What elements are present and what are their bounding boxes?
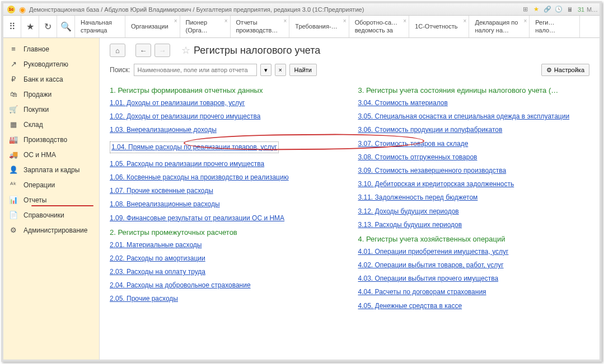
sidebar-icon: ↗ [9,60,18,68]
close-icon[interactable]: × [403,18,406,25]
sidebar-item-9[interactable]: ᴬᵏОперации [3,177,99,192]
search-clear-button[interactable]: × [275,64,286,76]
tab-2[interactable]: Пионер(Орга…× [180,16,231,37]
report-link[interactable]: 3.13. Расходы будущих периодов [358,220,590,230]
dropdown-icon[interactable]: ◉ [18,5,27,14]
sidebar-item-12[interactable]: ⚙Администрирование [3,223,99,238]
sidebar-item-label: Продажи [24,91,51,98]
report-link[interactable]: 4.03. Операции выбытия прочего имущества [358,273,590,284]
sidebar-item-0[interactable]: ≡Главное [3,41,99,56]
tb-icon-link[interactable]: 🔗 [544,6,551,13]
sidebar-item-1[interactable]: ↗Руководителю [3,56,99,72]
report-link[interactable]: 1.05. Расходы по реализации прочего имущ… [110,159,341,169]
tab-1[interactable]: Организации× [125,16,180,37]
report-link[interactable]: 2.01. Материальные расходы [110,240,341,250]
close-icon[interactable]: × [523,18,527,25]
report-link[interactable]: 3.09. Стоимость незавершенного производс… [358,166,590,176]
star-icon[interactable]: ★ [21,16,39,37]
report-link[interactable]: 3.06. Стоимость продукции и полуфабрикат… [358,125,590,135]
tb-icon-cal[interactable]: 31 [577,6,585,13]
close-icon[interactable]: × [224,18,228,25]
close-icon[interactable]: × [463,18,467,25]
tab-3[interactable]: Отчетыпроизводств…× [231,16,290,37]
report-link[interactable]: 1.06. Косвенные расходы на производство … [110,172,341,183]
sidebar-icon: 👤 [9,166,18,174]
sidebar-item-label: Операции [24,181,55,189]
report-link[interactable]: 1.02. Доходы от реализации прочего имуще… [110,111,341,122]
forward-button[interactable]: → [154,44,170,57]
tab-0[interactable]: Начальнаястраница [75,16,125,37]
report-link[interactable]: 2.03. Расходы на оплату труда [110,267,341,277]
find-button[interactable]: Найти [289,64,317,76]
sidebar-icon: ᴬᵏ [9,181,18,189]
report-link[interactable]: 1.09. Финансовые результаты от реализаци… [110,213,341,224]
section-2-title: 2. Регистры промежуточных расчетов [110,228,341,237]
report-link[interactable]: 1.08. Внереализационные расходы [110,199,341,210]
tb-icon-star[interactable]: ★ [532,6,540,13]
report-link[interactable]: 2.05. Прочие расходы [110,294,341,304]
sidebar-item-label: ОС и НМА [24,151,56,159]
search-icon[interactable]: 🔍 [57,16,75,37]
sidebar-icon: 🚚 [9,150,18,159]
report-link[interactable]: 4.04. Расчеты по договорам страхования [358,287,590,297]
report-link[interactable]: 3.10. Дебиторская и кредиторская задолже… [358,179,590,190]
tab-5[interactable]: Оборотно-са…ведомость за× [349,16,409,37]
settings-button[interactable]: ⚙ Настройка [541,64,589,76]
top-toolbar: ⠿ ★ ↻ 🔍 НачальнаястраницаОрганизации×Пио… [3,16,600,38]
tab-6[interactable]: 1С-Отчетность× [409,16,469,37]
sidebar-item-label: Справочники [24,211,64,219]
apps-icon[interactable]: ⠿ [3,16,21,37]
search-input[interactable] [134,64,257,76]
tb-icon-clock[interactable]: 🕓 [555,6,563,13]
report-link[interactable]: 2.04. Расходы на добровольное страховани… [110,280,341,291]
section-1-title: 1. Регистры формирования отчетных данных [110,86,341,94]
close-icon[interactable]: × [343,18,347,25]
title-bar: 1c ◉ Демонстрационная база / Абдулов Юри… [3,3,600,16]
report-link[interactable]: 3.11. Задолженность перед бюджетом [358,192,590,203]
sidebar-item-11[interactable]: 📄Справочники [3,207,99,223]
report-link[interactable]: 1.07. Прочие косвенные расходы [110,186,341,196]
report-link[interactable]: 4.05. Денежные средства в кассе [358,301,590,311]
sidebar-item-4[interactable]: 🛒Покупки [3,102,99,117]
sidebar-item-8[interactable]: 👤Зарплата и кадры [3,162,99,177]
column-right: 3. Регистры учета состояния единицы нало… [358,82,590,314]
sidebar-icon: ⚙ [9,226,18,234]
report-link[interactable]: 2.02. Расходы по амортизации [110,253,341,264]
home-button[interactable]: ⌂ [110,44,125,57]
close-icon[interactable]: × [283,18,287,25]
history-icon[interactable]: ↻ [39,16,57,37]
tab-4[interactable]: Требования-…× [289,16,349,37]
report-link[interactable]: 4.02. Операции выбытия товаров, работ, у… [358,260,590,271]
sidebar-item-7[interactable]: 🚚ОС и НМА [3,147,99,162]
tab-8[interactable]: Реги…нало… [530,16,580,37]
favorite-icon[interactable]: ☆ [181,44,190,56]
sidebar-item-label: Покупки [24,106,49,114]
report-link[interactable]: 1.04. Прямые расходы по реализации товар… [110,141,279,153]
sidebar-item-label: Производство [24,136,67,144]
report-link[interactable]: 3.04. Стоимость материалов [358,98,590,108]
report-link[interactable]: 3.12. Доходы будущих периодов [358,206,590,217]
report-link[interactable]: 1.01. Доходы от реализации товаров, услу… [110,98,341,108]
report-link[interactable]: 4.01. Операции приобретения имущества, у… [358,247,590,257]
tb-icon-1[interactable]: ⊞ [521,6,529,13]
back-button[interactable]: ← [135,44,151,57]
sidebar-item-6[interactable]: 🏭Производство [3,132,99,147]
sidebar-item-2[interactable]: ₽Банк и касса [3,72,99,87]
report-link[interactable]: 3.05. Специальная оснастка и специальная… [358,111,590,122]
tb-icon-calc[interactable]: 🖩 [566,6,574,13]
sidebar-item-label: Главное [24,45,49,53]
content-toolbar: ⌂ ← → ☆ Регистры налогового учета [110,44,589,57]
report-link[interactable]: 1.03. Внереализационные доходы [110,125,341,135]
close-icon[interactable]: × [174,18,177,25]
tab-7[interactable]: Декларация поналогу на…× [469,16,530,37]
search-dropdown-button[interactable]: ▾ [260,64,271,76]
sidebar-icon: 📄 [9,211,18,219]
tb-icon-m[interactable]: M… [588,6,596,13]
sidebar-item-10[interactable]: 📊Отчеты [3,192,99,207]
sidebar-item-3[interactable]: 🛍Продажи [3,87,99,102]
report-link[interactable]: 3.08. Стоимость отгруженных товаров [358,152,590,163]
section-3-title: 3. Регистры учета состояния единицы нало… [358,86,590,94]
app-icon-1c: 1c [7,5,16,14]
report-link[interactable]: 3.07. Стоимость товаров на складе [358,139,590,149]
sidebar-item-5[interactable]: ▦Склад [3,117,99,132]
